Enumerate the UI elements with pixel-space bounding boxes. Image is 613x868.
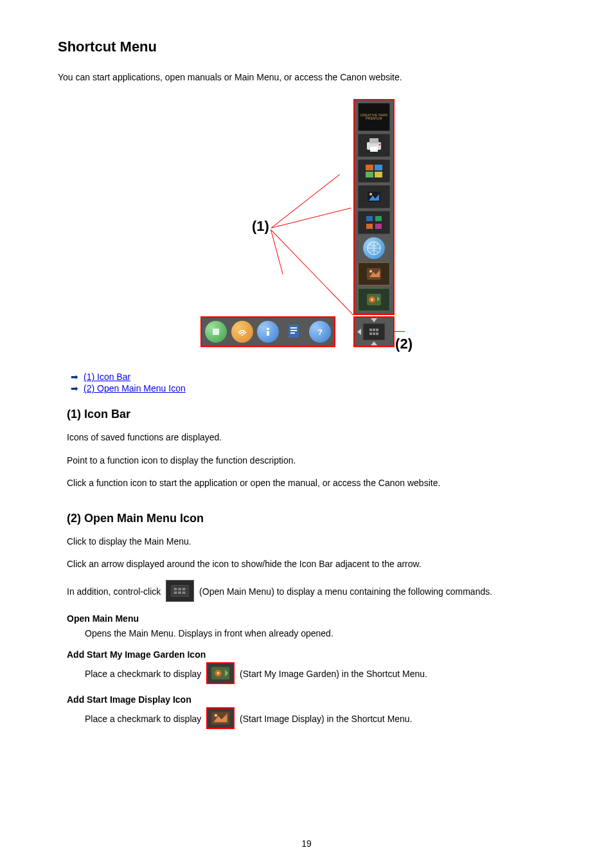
svg-rect-22	[369, 329, 372, 331]
svg-rect-41	[174, 592, 177, 594]
svg-point-21	[371, 298, 373, 301]
callout-label-1: (1)	[252, 218, 269, 235]
svg-rect-11	[366, 216, 373, 221]
help-icon[interactable]: ?	[308, 320, 332, 343]
open-main-menu-inline-icon	[166, 580, 194, 602]
start-my-image-garden-inline-icon	[206, 662, 235, 684]
svg-rect-1	[369, 138, 378, 143]
svg-point-10	[369, 193, 372, 195]
horizontal-icon-bar: ?	[200, 316, 335, 347]
main-menu-text-3b: (Open Main Menu) to display a menu conta…	[199, 586, 492, 597]
arrow-up-icon[interactable]	[371, 341, 377, 345]
dt-add-image-garden: Add Start My Image Garden Icon	[67, 649, 555, 660]
start-my-image-garden-icon[interactable]	[358, 288, 390, 311]
dd-image-garden-b: (Start My Image Garden) in the Shortcut …	[240, 668, 427, 678]
document-icon[interactable]	[282, 320, 305, 343]
svg-rect-12	[375, 216, 382, 221]
page-title: Shortcut Menu	[58, 39, 555, 55]
callout-label-2: (2)	[395, 336, 413, 352]
dd-add-image-display: Place a checkmark to display (Start Imag…	[85, 709, 555, 730]
dt-add-image-display: Add Start Image Display Icon	[67, 694, 555, 705]
dd-image-display-a: Place a checkmark to display	[85, 713, 204, 723]
main-menu-text-2: Click an arrow displayed around the icon…	[67, 558, 555, 571]
svg-rect-7	[375, 172, 382, 177]
icon-bar-text-3: Click a function icon to start the appli…	[67, 477, 555, 490]
svg-rect-4	[366, 165, 373, 170]
svg-point-29	[241, 334, 243, 336]
shortcut-menu-figure: (1) (2) CREATIVE PARK PREMIUM	[200, 99, 413, 356]
section-heading-open-main-menu: (2) Open Main Menu Icon	[67, 512, 555, 525]
arrow-left-icon[interactable]	[357, 329, 361, 335]
svg-rect-39	[178, 588, 181, 590]
svg-point-3	[379, 144, 381, 146]
svg-rect-37	[172, 585, 188, 596]
figure-wrap: (1) (2) CREATIVE PARK PREMIUM	[58, 99, 555, 356]
four-apps-icon[interactable]	[358, 211, 390, 234]
svg-rect-34	[290, 330, 297, 331]
svg-point-46	[217, 672, 220, 674]
start-image-display-icon[interactable]	[358, 262, 390, 285]
svg-text:?: ?	[317, 327, 323, 337]
green-app-icon[interactable]	[204, 320, 227, 343]
svg-rect-14	[375, 224, 382, 229]
dt-open-main-menu: Open Main Menu	[67, 613, 555, 624]
svg-rect-33	[290, 327, 297, 329]
creative-park-premium-icon[interactable]: CREATIVE PARK PREMIUM	[358, 103, 390, 131]
svg-rect-42	[178, 592, 181, 594]
dd-open-main-menu: Opens the Main Menu. Displays in front w…	[85, 628, 555, 640]
main-menu-text-3a: In addition, control-click	[67, 586, 163, 597]
svg-rect-2	[370, 147, 378, 152]
main-menu-text-1: Click to display the Main Menu.	[67, 536, 555, 548]
icon-bar-text-1: Icons of saved functions are displayed.	[67, 431, 555, 444]
open-main-menu-icon[interactable]	[353, 316, 395, 347]
dd-add-image-garden: Place a checkmark to display (Start My I…	[85, 664, 555, 685]
svg-rect-5	[375, 165, 382, 170]
svg-rect-38	[174, 588, 177, 590]
svg-rect-6	[366, 172, 373, 177]
svg-rect-24	[376, 329, 378, 331]
svg-rect-25	[369, 332, 372, 335]
dd-image-garden-a: Place a checkmark to display	[85, 668, 204, 678]
svg-rect-40	[182, 588, 186, 590]
svg-rect-26	[373, 332, 375, 335]
orange-wifi-icon[interactable]	[231, 320, 254, 343]
svg-rect-31	[267, 331, 269, 336]
arrow-right-icon: ➡	[71, 384, 78, 393]
svg-rect-23	[373, 329, 375, 331]
start-image-display-inline-icon	[206, 707, 235, 729]
globe-icon[interactable]	[358, 237, 390, 260]
vertical-icon-bar: CREATIVE PARK PREMIUM	[353, 99, 395, 315]
svg-point-49	[215, 714, 217, 716]
link-icon-bar[interactable]: (1) Icon Bar	[84, 372, 130, 382]
svg-rect-43	[182, 592, 186, 594]
svg-rect-35	[290, 332, 295, 334]
arrow-down-icon[interactable]	[371, 318, 377, 322]
svg-rect-30	[267, 328, 269, 330]
svg-rect-27	[376, 332, 378, 335]
main-menu-grid-icon	[363, 323, 385, 340]
svg-rect-28	[213, 329, 219, 335]
section-nav-links: ➡ (1) Icon Bar ➡ (2) Open Main Menu Icon	[71, 372, 555, 393]
svg-rect-13	[366, 224, 373, 229]
dd-image-display-b: (Start Image Display) in the Shortcut Me…	[240, 713, 412, 723]
landscape-photo-icon[interactable]	[358, 185, 390, 208]
icon-bar-text-2: Point to a function icon to display the …	[67, 455, 555, 467]
page-number: 19	[0, 838, 613, 849]
blue-info-icon[interactable]	[256, 320, 280, 343]
printer-icon[interactable]	[358, 134, 390, 157]
arrow-right-icon: ➡	[71, 372, 78, 381]
intro-text: You can start applications, open manuals…	[58, 72, 555, 82]
section-heading-icon-bar: (1) Icon Bar	[67, 408, 555, 421]
link-open-main-menu-icon[interactable]: (2) Open Main Menu Icon	[84, 383, 186, 393]
main-menu-text-3: In addition, control-click (Open Main Me…	[67, 581, 555, 603]
photo-collage-icon[interactable]	[358, 159, 390, 183]
svg-point-18	[369, 270, 372, 273]
